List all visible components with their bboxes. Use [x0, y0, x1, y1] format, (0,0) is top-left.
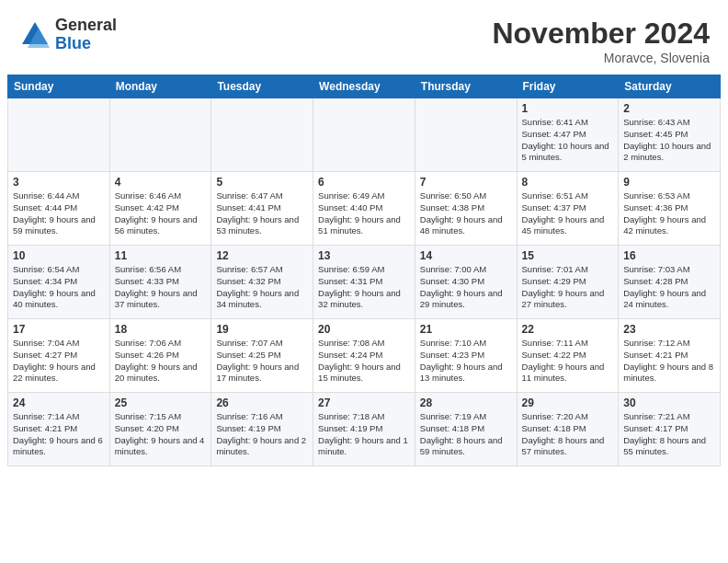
day-info: Sunrise: 6:49 AM Sunset: 4:40 PM Dayligh… [318, 190, 410, 237]
day-number: 2 [623, 102, 715, 115]
logo-icon [18, 18, 51, 52]
calendar-cell-4-4: 28Sunrise: 7:19 AM Sunset: 4:18 PM Dayli… [415, 393, 517, 466]
calendar-cell-4-2: 26Sunrise: 7:16 AM Sunset: 4:19 PM Dayli… [211, 393, 313, 466]
week-row-5: 24Sunrise: 7:14 AM Sunset: 4:21 PM Dayli… [8, 393, 721, 466]
day-number: 3 [13, 176, 105, 189]
day-info: Sunrise: 6:41 AM Sunset: 4:47 PM Dayligh… [522, 117, 614, 164]
day-number: 8 [522, 176, 614, 189]
header-wednesday: Wednesday [313, 75, 415, 98]
calendar-cell-0-6: 2Sunrise: 6:43 AM Sunset: 4:45 PM Daylig… [619, 98, 721, 172]
day-info: Sunrise: 7:03 AM Sunset: 4:28 PM Dayligh… [623, 264, 715, 311]
day-number: 13 [318, 249, 410, 262]
day-number: 6 [318, 176, 410, 189]
day-info: Sunrise: 6:47 AM Sunset: 4:41 PM Dayligh… [216, 190, 308, 237]
day-info: Sunrise: 6:54 AM Sunset: 4:34 PM Dayligh… [13, 264, 105, 311]
calendar-cell-4-3: 27Sunrise: 7:18 AM Sunset: 4:19 PM Dayli… [313, 393, 415, 466]
day-number: 4 [115, 176, 207, 189]
day-number: 16 [623, 249, 715, 262]
day-info: Sunrise: 7:10 AM Sunset: 4:23 PM Dayligh… [420, 338, 512, 385]
location: Moravce, Slovenia [492, 51, 710, 65]
calendar-cell-2-3: 13Sunrise: 6:59 AM Sunset: 4:31 PM Dayli… [313, 246, 415, 319]
day-info: Sunrise: 7:07 AM Sunset: 4:25 PM Dayligh… [216, 338, 308, 385]
day-info: Sunrise: 7:06 AM Sunset: 4:26 PM Dayligh… [115, 338, 207, 385]
day-info: Sunrise: 7:04 AM Sunset: 4:27 PM Dayligh… [13, 338, 105, 385]
calendar-cell-1-6: 9Sunrise: 6:53 AM Sunset: 4:36 PM Daylig… [619, 172, 721, 246]
day-info: Sunrise: 7:16 AM Sunset: 4:19 PM Dayligh… [216, 411, 308, 458]
header-friday: Friday [517, 75, 619, 98]
header-saturday: Saturday [619, 75, 721, 98]
calendar-cell-1-3: 6Sunrise: 6:49 AM Sunset: 4:40 PM Daylig… [313, 172, 415, 246]
calendar-cell-4-1: 25Sunrise: 7:15 AM Sunset: 4:20 PM Dayli… [109, 393, 211, 466]
calendar-cell-4-6: 30Sunrise: 7:21 AM Sunset: 4:17 PM Dayli… [619, 393, 721, 466]
day-number: 18 [115, 323, 207, 336]
day-number: 17 [13, 323, 105, 336]
calendar-cell-1-1: 4Sunrise: 6:46 AM Sunset: 4:42 PM Daylig… [109, 172, 211, 246]
week-row-2: 3Sunrise: 6:44 AM Sunset: 4:44 PM Daylig… [8, 172, 721, 246]
day-info: Sunrise: 6:44 AM Sunset: 4:44 PM Dayligh… [13, 190, 105, 237]
day-number: 15 [522, 249, 614, 262]
day-number: 1 [522, 102, 614, 115]
calendar-cell-1-5: 8Sunrise: 6:51 AM Sunset: 4:37 PM Daylig… [517, 172, 619, 246]
day-number: 24 [13, 396, 105, 409]
day-number: 25 [115, 396, 207, 409]
calendar-cell-3-3: 20Sunrise: 7:08 AM Sunset: 4:24 PM Dayli… [313, 319, 415, 393]
calendar-cell-3-5: 22Sunrise: 7:11 AM Sunset: 4:22 PM Dayli… [517, 319, 619, 393]
weekday-header-row: SundayMondayTuesdayWednesdayThursdayFrid… [8, 75, 721, 98]
day-number: 30 [623, 396, 715, 409]
day-info: Sunrise: 7:20 AM Sunset: 4:18 PM Dayligh… [522, 411, 614, 458]
logo: General Blue [18, 17, 117, 53]
logo-blue: Blue [55, 35, 117, 53]
day-number: 21 [420, 323, 512, 336]
day-number: 26 [216, 396, 308, 409]
day-number: 12 [216, 249, 308, 262]
day-info: Sunrise: 7:21 AM Sunset: 4:17 PM Dayligh… [623, 411, 715, 458]
day-info: Sunrise: 7:14 AM Sunset: 4:21 PM Dayligh… [13, 411, 105, 458]
week-row-1: 1Sunrise: 6:41 AM Sunset: 4:47 PM Daylig… [8, 98, 721, 172]
day-info: Sunrise: 6:56 AM Sunset: 4:33 PM Dayligh… [115, 264, 207, 311]
calendar-cell-2-5: 15Sunrise: 7:01 AM Sunset: 4:29 PM Dayli… [517, 246, 619, 319]
calendar-cell-3-6: 23Sunrise: 7:12 AM Sunset: 4:21 PM Dayli… [619, 319, 721, 393]
calendar-cell-2-6: 16Sunrise: 7:03 AM Sunset: 4:28 PM Dayli… [619, 246, 721, 319]
calendar-cell-0-0 [8, 98, 110, 172]
calendar-cell-0-5: 1Sunrise: 6:41 AM Sunset: 4:47 PM Daylig… [517, 98, 619, 172]
header-monday: Monday [109, 75, 211, 98]
calendar-table: SundayMondayTuesdayWednesdayThursdayFrid… [7, 75, 721, 466]
calendar-cell-0-3 [313, 98, 415, 172]
calendar-cell-3-2: 19Sunrise: 7:07 AM Sunset: 4:25 PM Dayli… [211, 319, 313, 393]
day-number: 19 [216, 323, 308, 336]
day-number: 22 [522, 323, 614, 336]
day-number: 23 [623, 323, 715, 336]
calendar-cell-2-2: 12Sunrise: 6:57 AM Sunset: 4:32 PM Dayli… [211, 246, 313, 319]
day-info: Sunrise: 7:01 AM Sunset: 4:29 PM Dayligh… [522, 264, 614, 311]
day-info: Sunrise: 6:46 AM Sunset: 4:42 PM Dayligh… [115, 190, 207, 237]
day-info: Sunrise: 7:11 AM Sunset: 4:22 PM Dayligh… [522, 338, 614, 385]
logo-text: General Blue [55, 17, 117, 53]
title-block: November 2024 Moravce, Slovenia [492, 17, 710, 65]
day-number: 27 [318, 396, 410, 409]
day-info: Sunrise: 7:18 AM Sunset: 4:19 PM Dayligh… [318, 411, 410, 458]
day-number: 5 [216, 176, 308, 189]
calendar-cell-1-4: 7Sunrise: 6:50 AM Sunset: 4:38 PM Daylig… [415, 172, 517, 246]
header-thursday: Thursday [415, 75, 517, 98]
page-header: General Blue November 2024 Moravce, Slov… [0, 0, 728, 75]
day-number: 10 [13, 249, 105, 262]
day-info: Sunrise: 6:51 AM Sunset: 4:37 PM Dayligh… [522, 190, 614, 237]
day-info: Sunrise: 7:19 AM Sunset: 4:18 PM Dayligh… [420, 411, 512, 458]
day-number: 28 [420, 396, 512, 409]
calendar-cell-1-2: 5Sunrise: 6:47 AM Sunset: 4:41 PM Daylig… [211, 172, 313, 246]
day-number: 29 [522, 396, 614, 409]
header-sunday: Sunday [8, 75, 110, 98]
header-tuesday: Tuesday [211, 75, 313, 98]
day-info: Sunrise: 6:43 AM Sunset: 4:45 PM Dayligh… [623, 117, 715, 164]
day-info: Sunrise: 6:50 AM Sunset: 4:38 PM Dayligh… [420, 190, 512, 237]
calendar-cell-2-4: 14Sunrise: 7:00 AM Sunset: 4:30 PM Dayli… [415, 246, 517, 319]
day-number: 14 [420, 249, 512, 262]
calendar-cell-3-4: 21Sunrise: 7:10 AM Sunset: 4:23 PM Dayli… [415, 319, 517, 393]
calendar-cell-0-2 [211, 98, 313, 172]
day-info: Sunrise: 6:57 AM Sunset: 4:32 PM Dayligh… [216, 264, 308, 311]
calendar-cell-2-0: 10Sunrise: 6:54 AM Sunset: 4:34 PM Dayli… [8, 246, 110, 319]
day-number: 11 [115, 249, 207, 262]
calendar-cell-0-4 [415, 98, 517, 172]
calendar-cell-4-5: 29Sunrise: 7:20 AM Sunset: 4:18 PM Dayli… [517, 393, 619, 466]
day-number: 9 [623, 176, 715, 189]
